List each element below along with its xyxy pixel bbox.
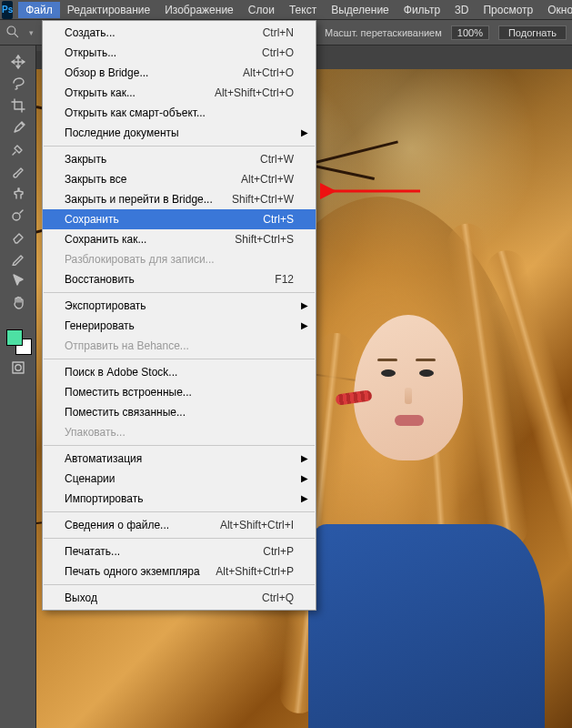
menu-item-shortcut: Shift+Ctrl+S [235,232,294,247]
menu-изображение[interactable]: Изображение [157,2,241,18]
hand-tool[interactable] [5,291,31,313]
menu-item-label: Экспортировать [65,298,294,313]
menu-item[interactable]: Сценарии▶ [43,469,316,489]
menu-item[interactable]: Поиск в Adobe Stock... [43,362,316,382]
tool-preset-dropdown[interactable]: ▾ [29,28,34,37]
menu-item-label: Сценарии [65,471,294,486]
foreground-swatch[interactable] [6,329,23,346]
menu-item[interactable]: Печать одного экземпляраAlt+Shift+Ctrl+P [43,561,316,581]
menu-item-label: Поместить связанные... [65,405,294,420]
menu-item-label: Выход [65,591,262,605]
menu-item-label: Закрыть все [65,172,241,187]
menu-item-label: Открыть как... [65,86,215,100]
menu-item[interactable]: Поместить связанные... [43,402,316,422]
svg-point-0 [7,26,15,35]
menu-item[interactable]: СохранитьCtrl+S [43,209,316,229]
menu-item[interactable]: Импортировать▶ [43,489,316,509]
menu-item[interactable]: Создать...Ctrl+N [43,23,316,43]
submenu-arrow-icon: ▶ [301,126,308,140]
svg-point-2 [13,213,20,220]
menu-item[interactable]: Автоматизация▶ [43,449,316,469]
menu-item-label: Поместить встроенные... [65,385,294,399]
menu-файл[interactable]: Файл [18,2,60,18]
menu-item-label: Поиск в Adobe Stock... [65,365,294,379]
svg-point-4 [15,365,20,370]
submenu-arrow-icon: ▶ [301,298,308,313]
dodge-tool[interactable] [5,204,31,226]
menu-слои[interactable]: Слои [241,2,282,18]
menu-item[interactable]: Открыть как...Alt+Shift+Ctrl+O [43,83,316,103]
menu-просмотр[interactable]: Просмотр [476,2,540,18]
menu-item-shortcut: Ctrl+N [263,25,294,40]
menu-item-label: Автоматизация [65,451,294,466]
menu-item-label: Упаковать... [65,425,294,440]
menu-item-shortcut: Ctrl+S [263,212,294,227]
menu-item-shortcut: Alt+Shift+Ctrl+I [220,518,294,532]
menu-фильтр[interactable]: Фильтр [396,2,447,18]
menu-item[interactable]: ВосстановитьF12 [43,269,316,289]
menu-item: Упаковать... [43,422,316,442]
menu-item-label: Импортировать [65,491,294,506]
menu-item-shortcut: Shift+Ctrl+W [232,192,294,207]
drag-zoom-label: Масшт. перетаскиванием [325,27,442,38]
menu-item[interactable]: Закрыть и перейти в Bridge...Shift+Ctrl+… [43,189,316,209]
fit-screen-button[interactable]: Подогнать [498,25,567,40]
menu-separator [44,445,315,446]
menu-item-shortcut: F12 [275,272,294,287]
menu-separator [44,359,315,359]
zoom-value-field[interactable]: 100% [451,25,489,40]
menu-item[interactable]: Открыть как смарт-объект... [43,103,316,123]
menu-item-shortcut: Alt+Ctrl+O [243,66,294,80]
menu-item[interactable]: Сведения о файле...Alt+Shift+Ctrl+I [43,515,316,535]
menu-item-label: Печатать... [65,544,263,559]
menu-item-label: Сохранить [65,212,263,227]
menu-item[interactable]: Генерировать▶ [43,316,316,336]
menu-item[interactable]: Обзор в Bridge...Alt+Ctrl+O [43,63,316,83]
menu-item[interactable]: Закрыть всеAlt+Ctrl+W [43,169,316,189]
menu-item-shortcut: Alt+Shift+Ctrl+O [215,86,294,100]
eyedropper-tool[interactable] [5,116,31,138]
menu-item[interactable]: Открыть...Ctrl+O [43,43,316,63]
menu-item[interactable]: ЗакрытьCtrl+W [43,149,316,169]
heal-tool[interactable] [5,138,31,160]
eraser-tool[interactable] [5,226,31,248]
submenu-arrow-icon: ▶ [301,491,308,506]
menu-item[interactable]: Экспортировать▶ [43,296,316,316]
submenu-arrow-icon: ▶ [301,318,308,333]
menu-item-label: Печать одного экземпляра [65,564,216,579]
annotation-arrow [320,182,429,200]
menu-item-label: Закрыть и перейти в Bridge... [65,192,232,207]
menu-item[interactable]: Сохранить как...Shift+Ctrl+S [43,229,316,249]
menu-separator [44,538,315,539]
menu-separator [44,146,315,147]
menu-item[interactable]: Поместить встроенные... [43,382,316,402]
menu-выделение[interactable]: Выделение [324,2,396,18]
menu-item-label: Последние документы [65,126,294,140]
menu-окно[interactable]: Окно [540,2,572,18]
lasso-tool[interactable] [5,73,31,95]
menu-3d[interactable]: 3D [447,2,476,18]
clone-tool[interactable] [5,182,31,204]
menu-item-label: Отправить на Behance... [65,339,294,353]
menu-текст[interactable]: Текст [282,2,324,18]
zoom-tool-icon [5,25,20,41]
crop-tool[interactable] [5,95,31,116]
color-swatches[interactable] [5,328,32,355]
menu-item[interactable]: ВыходCtrl+Q [43,588,316,608]
move-tool[interactable] [5,51,31,73]
menu-item-shortcut: Ctrl+P [263,544,294,559]
menu-separator [44,584,315,585]
brush-tool[interactable] [5,160,31,182]
menu-item[interactable]: Последние документы▶ [43,123,316,143]
tools-panel [0,46,36,728]
menu-редактирование[interactable]: Редактирование [60,2,157,18]
menu-separator [44,292,315,293]
menu-item[interactable]: Печатать...Ctrl+P [43,541,316,561]
menu-item-label: Обзор в Bridge... [65,66,243,80]
path-select-tool[interactable] [5,269,31,291]
quick-mask-icon[interactable] [5,357,31,379]
menubar: Ps ФайлРедактированиеИзображениеСлоиТекс… [0,0,572,20]
menu-item-label: Создать... [65,25,263,40]
menu-item-label: Восстановить [65,272,275,287]
pen-tool[interactable] [5,248,31,269]
